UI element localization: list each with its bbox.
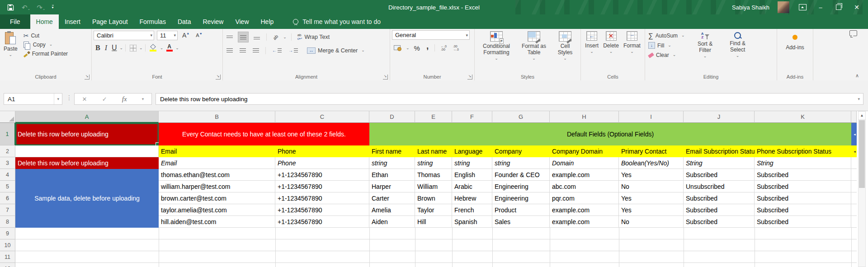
column-header-i[interactable]: I xyxy=(619,111,684,123)
insert-cells-button[interactable]: ← Insert xyxy=(583,30,600,73)
column-header-h[interactable]: H xyxy=(550,111,619,123)
cell-k7[interactable]: Subscribed xyxy=(755,204,851,216)
align-left-button[interactable] xyxy=(225,46,235,56)
percent-style-button[interactable]: % xyxy=(412,43,422,53)
fill-button[interactable]: ↓Fill xyxy=(647,42,686,49)
column-header-b[interactable]: B xyxy=(159,111,275,123)
increase-decimal-button[interactable]: ←.0 .00 xyxy=(439,43,448,53)
cell-i4[interactable]: Yes xyxy=(619,169,684,181)
merge-center-button[interactable]: ↔ Merge & Center xyxy=(306,47,366,54)
cell-j6[interactable]: Subscribed xyxy=(684,192,755,204)
cell-d5[interactable]: Harper xyxy=(369,181,415,192)
cell-c8[interactable]: +1-1234567890 xyxy=(275,216,369,228)
cell-l6-partial[interactable] xyxy=(851,192,857,204)
cell-type-first-name[interactable]: string xyxy=(369,157,415,169)
cancel-entry-icon[interactable]: ✕ xyxy=(82,96,87,103)
minimize-button[interactable]: – xyxy=(816,2,826,12)
cell-i7[interactable]: Yes xyxy=(619,204,684,216)
cell-h7[interactable]: example.com xyxy=(550,204,619,216)
cell-d6[interactable]: Carter xyxy=(369,192,415,204)
tab-formulas[interactable]: Formulas xyxy=(134,14,172,29)
tab-data[interactable]: Data xyxy=(172,14,197,29)
close-button[interactable]: ✕ xyxy=(852,2,862,12)
cell-header-company-domain[interactable]: Company Domain xyxy=(550,145,619,157)
cell-type-string-j[interactable]: String xyxy=(684,157,755,169)
wrap-text-button[interactable]: abc↩ Wrap Text xyxy=(296,33,331,41)
decrease-font-size-button[interactable]: A▼ xyxy=(194,30,204,40)
cell-g8[interactable]: Sales xyxy=(492,216,550,228)
cell-k8[interactable]: Subscribed xyxy=(755,216,851,228)
cell-d7[interactable]: Amelia xyxy=(369,204,415,216)
tell-me-search[interactable]: Tell me what you want to do xyxy=(293,14,381,29)
cell-c5[interactable]: +1-1234567890 xyxy=(275,181,369,192)
cell-g5[interactable]: Engineering xyxy=(492,181,550,192)
decrease-indent-button[interactable]: ← xyxy=(270,46,283,56)
cell-header-phone-subscription[interactable]: Phone Subscription Status xyxy=(755,145,851,157)
cell-k4[interactable]: Subscribed xyxy=(755,169,851,181)
cell-e5[interactable]: William xyxy=(415,181,452,192)
confirm-entry-icon[interactable]: ✓ xyxy=(102,96,107,103)
cell-styles-button[interactable]: Cell Styles xyxy=(552,30,579,73)
font-color-dropdown-icon[interactable] xyxy=(175,44,179,52)
format-cells-button[interactable]: ↔ Format xyxy=(622,30,642,73)
cell-g4[interactable]: Founder & CEO xyxy=(492,169,550,181)
empty-row-10[interactable] xyxy=(15,239,857,251)
undo-icon[interactable]: ↶⌄ xyxy=(22,4,30,11)
empty-row-9[interactable] xyxy=(15,228,857,239)
column-header-k[interactable]: K xyxy=(755,111,851,123)
cell-e8[interactable]: Hill xyxy=(415,216,452,228)
column-header-c[interactable]: C xyxy=(275,111,369,123)
column-header-a[interactable]: A xyxy=(15,111,159,123)
cell-c6[interactable]: +1-1234567890 xyxy=(275,192,369,204)
cell-a1-delete-banner[interactable]: Delete this row before uploading xyxy=(15,123,159,145)
copy-button[interactable]: Copy xyxy=(22,41,69,48)
cell-type-company[interactable]: string xyxy=(492,157,550,169)
increase-indent-button[interactable]: → xyxy=(287,46,300,56)
column-header-partial[interactable] xyxy=(851,111,857,123)
tab-home[interactable]: Home xyxy=(30,14,59,29)
row-header-3[interactable]: 3 xyxy=(0,157,15,169)
find-select-button[interactable]: Find & Select xyxy=(723,31,752,73)
cell-j4[interactable]: Subscribed xyxy=(684,169,755,181)
cell-c7[interactable]: +1-1234567890 xyxy=(275,204,369,216)
autosum-button[interactable]: ∑AutoSum xyxy=(647,32,686,39)
scrollbar-thumb[interactable] xyxy=(859,120,865,188)
cell-e4[interactable]: Thomas xyxy=(415,169,452,181)
empty-row-11[interactable] xyxy=(15,251,857,263)
bottom-align-button[interactable] xyxy=(252,32,262,42)
vertical-scrollbar[interactable]: ▲ xyxy=(858,111,866,267)
cell-b1-required-banner[interactable]: Every Contact needs to have at least one… xyxy=(159,123,369,145)
accounting-dropdown-icon[interactable] xyxy=(406,44,410,52)
borders-button[interactable] xyxy=(128,43,138,53)
tab-page-layout[interactable]: Page Layout xyxy=(86,14,134,29)
middle-align-button[interactable] xyxy=(238,32,249,42)
tab-help[interactable]: Help xyxy=(255,14,280,29)
font-name-combo[interactable]: Calibri▾ xyxy=(94,31,154,40)
column-header-d[interactable]: D xyxy=(369,111,415,123)
align-center-button[interactable] xyxy=(238,46,248,56)
decrease-decimal-button[interactable]: .00 →.0 xyxy=(451,43,461,53)
cell-l5-partial[interactable] xyxy=(851,181,857,192)
column-header-f[interactable]: F xyxy=(452,111,492,123)
expand-formula-bar-icon[interactable]: ▾ xyxy=(858,97,863,101)
cell-type-domain[interactable]: Domain xyxy=(550,157,619,169)
row-header-12[interactable]: 12 xyxy=(0,263,15,267)
select-all-corner[interactable] xyxy=(0,111,15,123)
cell-b5[interactable]: william.harper@test.com xyxy=(159,181,275,192)
insert-function-icon[interactable]: fx xyxy=(122,95,127,103)
name-box-dropdown-icon[interactable]: ▾ xyxy=(54,94,62,104)
column-header-e[interactable]: E xyxy=(415,111,452,123)
clear-button[interactable]: Clear xyxy=(647,52,686,59)
row-header-10[interactable]: 10 xyxy=(0,239,15,251)
underline-button[interactable]: U xyxy=(110,43,119,53)
cell-header-last-name[interactable]: Last name xyxy=(415,145,452,157)
cell-c4[interactable]: +1-1234567890 xyxy=(275,169,369,181)
cell-a3-delete-banner[interactable]: Delete this row before uploading xyxy=(15,157,159,169)
row-header-1[interactable]: 1 xyxy=(0,123,15,145)
orientation-dropdown-icon[interactable] xyxy=(283,33,287,41)
user-avatar[interactable] xyxy=(778,1,789,13)
cell-j7[interactable]: Subscribed xyxy=(684,204,755,216)
cell-b4[interactable]: thomas.ethan@test.com xyxy=(159,169,275,181)
align-right-button[interactable] xyxy=(251,46,261,56)
cell-d1-default-fields-banner[interactable]: Default Fields (Optional Fields) xyxy=(369,123,851,145)
